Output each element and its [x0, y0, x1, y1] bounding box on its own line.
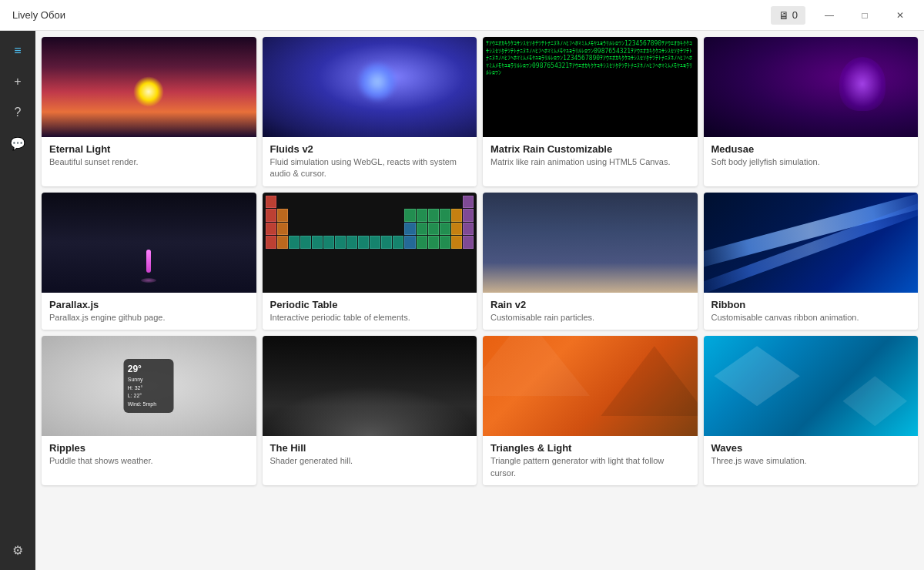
wallpaper-card-ripples[interactable]: 29° Sunny H: 32° L: 22° Wind: 5mph Rippl…: [42, 336, 256, 485]
wallpaper-card-rain-v2[interactable]: Rain v2 Customisable rain particles.: [483, 193, 698, 330]
pt-as: [428, 236, 439, 249]
monitor-count: 0: [792, 9, 798, 21]
pt-f: [451, 209, 462, 222]
sidebar-item-add[interactable]: +: [4, 68, 32, 96]
card-desc-fluids-v2: Fluid simulation using WebGL, reacts wit…: [270, 156, 470, 180]
weather-temp: 29°: [128, 362, 170, 376]
close-button[interactable]: ✕: [882, 3, 918, 28]
card-info-ripples: Ripples Puddle that shows weather.: [42, 436, 256, 473]
wallpaper-card-fluids-v2[interactable]: Fluids v2 Fluid simulation using WebGL, …: [263, 37, 477, 186]
weather-line1: Sunny: [128, 376, 170, 384]
card-title-parallax-js: Parallax.js: [49, 299, 249, 310]
card-info-matrix-rain: Matrix Rain Customizable Matrix like rai…: [483, 137, 698, 174]
card-title-medusae: Medusae: [711, 143, 911, 155]
card-thumbnail-eternal-light: [42, 37, 256, 137]
card-thumbnail-periodic-table: [263, 193, 477, 293]
wallpaper-card-the-hill[interactable]: The Hill Shader generated hill.: [263, 336, 477, 485]
pt-ar: [463, 223, 474, 236]
wallpaper-card-ribbon[interactable]: Ribbon Customisable canvas ribbon animat…: [704, 193, 919, 330]
card-info-parallax-js: Parallax.js Parallax.js engine github pa…: [42, 293, 256, 330]
card-desc-parallax-js: Parallax.js engine github page.: [49, 312, 249, 324]
card-desc-the-hill: Shader generated hill.: [270, 455, 470, 467]
sidebar-item-settings[interactable]: ⚙: [4, 536, 32, 564]
pt-mn: [335, 236, 346, 249]
pt-c: [417, 209, 427, 222]
pt-ge: [417, 236, 427, 249]
window-controls: 🖥 0 — □ ✕: [771, 3, 918, 28]
card-thumbnail-the-hill: [263, 336, 477, 436]
card-title-triangles-light: Triangles & Light: [490, 442, 690, 454]
wallpaper-card-waves[interactable]: Waves Three.js wave simulation.: [704, 336, 919, 485]
pt-n: [428, 209, 439, 222]
pt-ti: [300, 236, 311, 249]
sidebar-item-help[interactable]: ?: [4, 99, 32, 126]
pt-mg: [277, 223, 288, 236]
card-title-rain-v2: Rain v2: [490, 299, 690, 310]
pt-cr: [323, 236, 334, 249]
monitor-badge[interactable]: 🖥 0: [771, 6, 805, 25]
weather-line2: H: 32°: [128, 384, 170, 393]
parallax-decoration: [146, 250, 151, 273]
card-info-waves: Waves Three.js wave simulation.: [704, 436, 919, 473]
weather-widget: 29° Sunny H: 32° L: 22° Wind: 5mph: [124, 359, 174, 413]
sidebar-top: ≡ + ? 💬: [4, 37, 32, 536]
card-desc-waves: Three.js wave simulation.: [711, 455, 911, 467]
pt-ne: [463, 209, 474, 222]
card-info-eternal-light: Eternal Light Beautiful sunset render.: [42, 137, 256, 174]
pt-ca: [277, 236, 288, 249]
card-title-matrix-rain: Matrix Rain Customizable: [490, 143, 690, 155]
weather-line4: Wind: 5mph: [128, 401, 170, 409]
card-title-fluids-v2: Fluids v2: [270, 143, 470, 155]
card-info-medusae: Medusae Soft body jellyfish simulation.: [704, 137, 919, 174]
pt-co: [358, 236, 369, 249]
pt-ga: [404, 236, 415, 249]
card-info-fluids-v2: Fluids v2 Fluid simulation using WebGL, …: [263, 137, 477, 186]
maximize-button[interactable]: □: [847, 3, 882, 28]
monitor-icon: 🖥: [778, 9, 789, 22]
pt-br: [451, 236, 462, 249]
card-thumbnail-waves: [704, 336, 919, 436]
library-icon: ≡: [14, 44, 21, 58]
pt-ni: [370, 236, 380, 249]
main-content[interactable]: Eternal Light Beautiful sunset render. F…: [35, 31, 924, 570]
chat-icon: 💬: [10, 136, 25, 151]
weather-line3: L: 22°: [128, 392, 170, 401]
minimize-button[interactable]: —: [812, 3, 847, 28]
pt-o: [440, 209, 450, 222]
pt-b: [404, 209, 415, 222]
wallpaper-card-parallax-js[interactable]: Parallax.js Parallax.js engine github pa…: [42, 193, 256, 330]
pt-zn: [393, 236, 403, 249]
card-thumbnail-triangles-light: [483, 336, 698, 436]
sidebar: ≡ + ? 💬 ⚙: [0, 31, 35, 570]
card-desc-periodic-table: Interactive periodic table of elements.: [270, 312, 470, 324]
wallpaper-card-triangles-light[interactable]: Triangles & Light Triangle pattern gener…: [483, 336, 698, 485]
card-title-waves: Waves: [711, 442, 911, 454]
card-title-periodic-table: Periodic Table: [270, 299, 470, 310]
card-thumbnail-rain-v2: [483, 193, 698, 293]
add-icon: +: [14, 75, 21, 89]
help-icon: ?: [15, 106, 22, 119]
settings-icon: ⚙: [12, 543, 23, 558]
wallpaper-card-eternal-light[interactable]: Eternal Light Beautiful sunset render.: [42, 37, 256, 186]
sidebar-bottom: ⚙: [4, 536, 32, 564]
card-info-periodic-table: Periodic Table Interactive periodic tabl…: [263, 293, 477, 330]
card-desc-ribbon: Customisable canvas ribbon animation.: [711, 312, 911, 324]
card-title-ripples: Ripples: [49, 442, 249, 454]
sidebar-item-chat[interactable]: 💬: [4, 129, 32, 157]
card-thumbnail-ripples: 29° Sunny H: 32° L: 22° Wind: 5mph: [42, 336, 256, 436]
sidebar-item-library[interactable]: ≡: [4, 37, 32, 65]
wallpaper-card-matrix-rain[interactable]: ｦｱｳｴｵｶｷｸｹｺｻｼｽｾｿﾀﾁﾂﾃﾄﾅﾆﾇﾈﾉﾊﾋﾌﾍﾎﾏﾐﾑﾒﾓﾔﾕﾖﾗﾘ…: [483, 37, 698, 186]
pt-li: [266, 209, 276, 222]
pt-cu: [381, 236, 392, 249]
pt-se: [440, 236, 450, 249]
app-title: Lively Обои: [12, 9, 65, 21]
card-title-the-hill: The Hill: [270, 442, 470, 454]
parallax-glow: [141, 278, 156, 283]
pt-k: [266, 236, 276, 249]
card-title-ribbon: Ribbon: [711, 299, 911, 310]
pt-s: [440, 223, 450, 236]
card-thumbnail-ribbon: [704, 193, 919, 293]
wallpaper-card-periodic-table[interactable]: Periodic Table Interactive periodic tabl…: [263, 193, 477, 330]
pt-be: [277, 209, 288, 222]
wallpaper-card-medusae[interactable]: Medusae Soft body jellyfish simulation.: [704, 37, 919, 186]
